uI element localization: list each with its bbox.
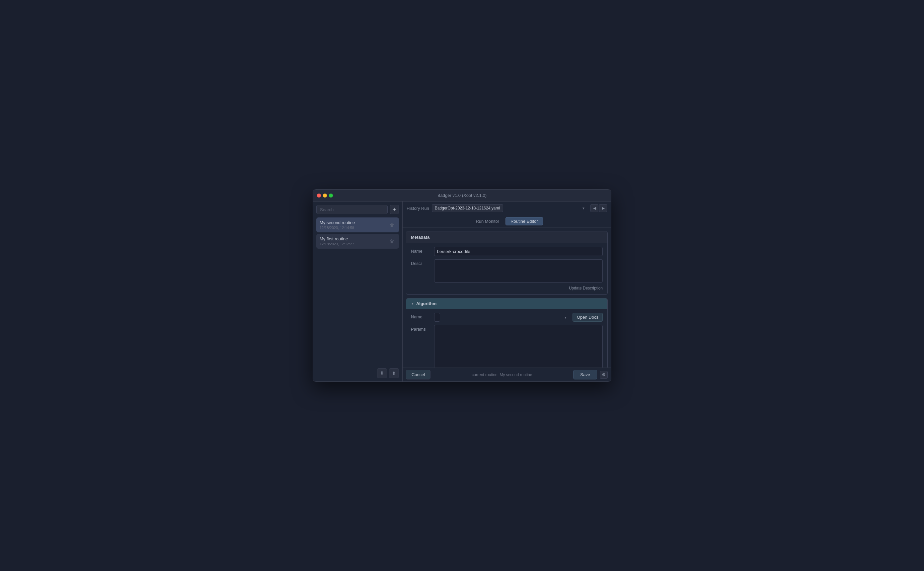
routine-item[interactable]: My second routine 12/18/2023, 12:14:58 🗑 <box>316 218 399 232</box>
sidebar: + My second routine 12/18/2023, 12:14:58… <box>313 202 403 381</box>
import-icon: ⬇ <box>380 370 384 376</box>
delete-routine-button[interactable]: 🗑 <box>388 222 396 228</box>
history-select-arrow-icon: ▼ <box>582 207 585 210</box>
action-buttons: Cancel <box>406 370 430 380</box>
footer: Cancel current routine: My second routin… <box>403 367 611 381</box>
import-button[interactable]: ⬇ <box>377 368 387 378</box>
params-textarea[interactable] <box>434 325 603 367</box>
add-routine-button[interactable]: + <box>390 205 399 214</box>
close-button[interactable] <box>317 193 321 198</box>
routine-item[interactable]: My first routine 12/18/2023, 12:12:27 🗑 <box>316 234 399 248</box>
metadata-section-body: Name Descr Update Description <box>406 243 607 295</box>
descr-label: Descr <box>411 259 431 266</box>
algo-name-select[interactable] <box>434 313 440 322</box>
metadata-section-header: Metadata <box>406 231 607 243</box>
algo-name-label: Name <box>411 313 431 319</box>
routine-item-date: 12/18/2023, 12:14:58 <box>320 226 388 230</box>
routine-list: My second routine 12/18/2023, 12:14:58 🗑… <box>316 218 399 366</box>
history-bar: History Run BadgerOpt-2023-12-18-121624.… <box>403 202 611 215</box>
routine-item-name: My first routine <box>320 236 388 241</box>
name-input[interactable] <box>434 247 603 256</box>
window-title: Badger v1.0 (Xopt v2.1.0) <box>437 193 487 198</box>
tab-bar: Run Monitor Routine Editor <box>403 215 611 228</box>
history-label: History Run <box>407 206 429 211</box>
descr-textarea[interactable] <box>434 259 603 282</box>
sidebar-top: + <box>316 205 399 214</box>
history-select[interactable]: BadgerOpt-2023-12-18-121624.yaml <box>432 204 503 212</box>
descr-row: Descr <box>411 259 603 282</box>
editor-area: Metadata Name Descr Update Description <box>403 228 611 367</box>
update-description-button[interactable]: Update Description <box>569 286 603 290</box>
settings-button[interactable]: ⚙ <box>600 371 608 379</box>
cancel-button[interactable]: Cancel <box>406 370 430 380</box>
minimize-button[interactable] <box>323 193 327 198</box>
params-label: Params <box>411 325 431 332</box>
right-panel: History Run BadgerOpt-2023-12-18-121624.… <box>403 202 611 381</box>
main-window: Badger v1.0 (Xopt v2.1.0) + My second ro… <box>313 189 611 382</box>
history-nav: ◀ ▶ <box>590 204 607 212</box>
algo-select-wrapper: ▼ <box>434 313 570 322</box>
history-select-wrapper: BadgerOpt-2023-12-18-121624.yaml ▼ <box>432 204 588 212</box>
gear-icon: ⚙ <box>602 372 606 377</box>
params-row: Params <box>411 325 603 367</box>
maximize-button[interactable] <box>329 193 333 198</box>
delete-routine-button[interactable]: 🗑 <box>388 238 396 245</box>
sidebar-bottom: ⬇ ⬆ <box>316 366 399 378</box>
algorithm-section-body: Name ▼ Open Docs <box>406 309 607 367</box>
routine-item-date: 12/18/2023, 12:12:27 <box>320 242 388 246</box>
name-label: Name <box>411 247 431 254</box>
algo-select-arrow-icon: ▼ <box>564 315 567 319</box>
export-icon: ⬆ <box>392 370 396 376</box>
titlebar: Badger v1.0 (Xopt v2.1.0) <box>313 190 611 202</box>
status-text: current routine: My second routine <box>430 372 573 377</box>
main-content: + My second routine 12/18/2023, 12:14:58… <box>313 202 611 381</box>
export-button[interactable]: ⬆ <box>389 368 399 378</box>
save-button[interactable]: Save <box>573 370 597 380</box>
algorithm-label: Algorithm <box>416 301 436 306</box>
routine-item-name: My second routine <box>320 220 388 225</box>
algorithm-section-header[interactable]: ▼ Algorithm <box>406 298 607 309</box>
history-prev-button[interactable]: ◀ <box>590 204 598 212</box>
metadata-label: Metadata <box>411 235 430 240</box>
tab-routine-editor[interactable]: Routine Editor <box>505 217 543 225</box>
chevron-down-icon: ▼ <box>411 302 414 306</box>
algo-name-row: Name ▼ Open Docs <box>411 313 603 322</box>
name-row: Name <box>411 247 603 256</box>
open-docs-button[interactable]: Open Docs <box>573 313 603 322</box>
metadata-section: Metadata Name Descr Update Description <box>406 231 608 295</box>
traffic-lights <box>317 193 333 198</box>
tab-run-monitor[interactable]: Run Monitor <box>471 217 504 225</box>
algo-name-controls: ▼ Open Docs <box>434 313 603 322</box>
search-input[interactable] <box>316 205 388 214</box>
history-next-button[interactable]: ▶ <box>599 204 607 212</box>
algorithm-section: ▼ Algorithm Name ▼ <box>406 298 608 367</box>
update-description-row: Update Description <box>411 286 603 290</box>
